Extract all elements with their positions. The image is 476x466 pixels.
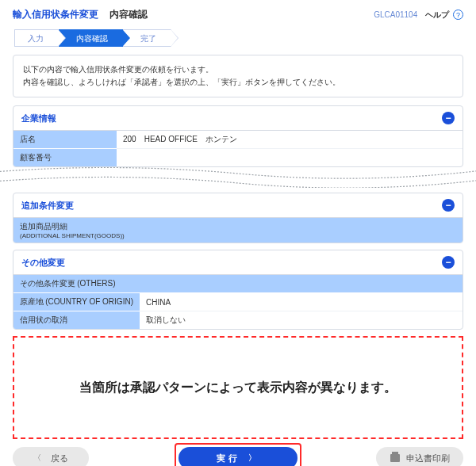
chevron-right-icon: 〉 (248, 453, 259, 464)
cancel-value: 取消しない (140, 311, 463, 330)
section-corp: 企業情報 − 店名 200 HEAD OFFICE ホンテン 顧客番号 (13, 105, 463, 167)
step-indicator: 入力 内容確認 完了 (14, 29, 463, 47)
chevron-left-icon: 〈 (33, 453, 41, 464)
back-button[interactable]: 〈 戻る (13, 447, 89, 466)
collapse-icon[interactable]: − (442, 112, 455, 124)
section-addcond: 追加条件変更 − 追加商品明細 (ADDITIONAL SHIPMENT(GOO… (13, 193, 463, 243)
step-confirm: 内容確認 (59, 29, 123, 47)
intro-box: 以下の内容で輸入信用状条件変更の依頼を行います。 内容を確認し、よろしければ「承… (13, 55, 463, 97)
section-other-title: その他変更 (21, 257, 65, 269)
intro-line-2: 内容を確認し、よろしければ「承認者」を選択の上、「実行」ボタンを押してください。 (23, 76, 453, 89)
help-label: ヘルプ (425, 10, 449, 19)
step-input: 入力 (14, 29, 59, 47)
cancel-label: 信用状の取消 (13, 311, 140, 330)
printer-icon (390, 454, 400, 462)
back-label: 戻る (51, 453, 68, 464)
origin-value: CHINA (140, 293, 463, 311)
collapse-icon[interactable]: − (442, 256, 455, 269)
action-bar: 〈 戻る 実行 〉 申込書印刷 (13, 447, 463, 466)
execute-highlight: 実行 〉 (175, 443, 301, 466)
origin-label: 原産地 (COUNTRY OF ORIGIN) (13, 293, 140, 311)
help-icon: ? (453, 10, 463, 20)
collapse-icon[interactable]: − (442, 199, 455, 212)
branch-label: 店名 (13, 131, 117, 149)
step-done: 完了 (123, 29, 171, 47)
help-link[interactable]: ヘルプ ? (425, 10, 463, 21)
custno-label: 顧客番号 (13, 149, 117, 167)
screen-id: GLCA01104 (374, 10, 417, 19)
page-title: 輸入信用状条件変更 (13, 8, 98, 21)
section-addcond-title: 追加条件変更 (21, 200, 74, 212)
other-subhead: その他条件変更 (OTHERS) (13, 275, 463, 293)
branch-value: 200 HEAD OFFICE ホンテン (117, 131, 463, 149)
execute-label: 実行 (217, 453, 240, 464)
page-subtitle: 内容確認 (109, 8, 148, 21)
page-tear-decoration (0, 167, 476, 188)
custno-value (117, 149, 463, 167)
page-header: 輸入信用状条件変更 内容確認 GLCA01104 ヘルプ ? (13, 8, 463, 21)
section-other: その他変更 − その他条件変更 (OTHERS) 原産地 (COUNTRY OF… (13, 250, 463, 330)
print-label: 申込書印刷 (406, 453, 450, 464)
print-button[interactable]: 申込書印刷 (376, 447, 463, 466)
intro-line-1: 以下の内容で輸入信用状条件変更の依頼を行います。 (23, 63, 453, 76)
approval-placeholder-box: 当箇所は承認パターンによって表示内容が異なります。 (13, 336, 463, 439)
execute-button[interactable]: 実行 〉 (178, 447, 298, 466)
addcond-subhead: 追加商品明細 (ADDITIONAL SHIPMENT(GOODS)) (13, 218, 463, 243)
approval-placeholder-text: 当箇所は承認パターンによって表示内容が異なります。 (79, 380, 397, 396)
section-corp-title: 企業情報 (21, 113, 56, 124)
